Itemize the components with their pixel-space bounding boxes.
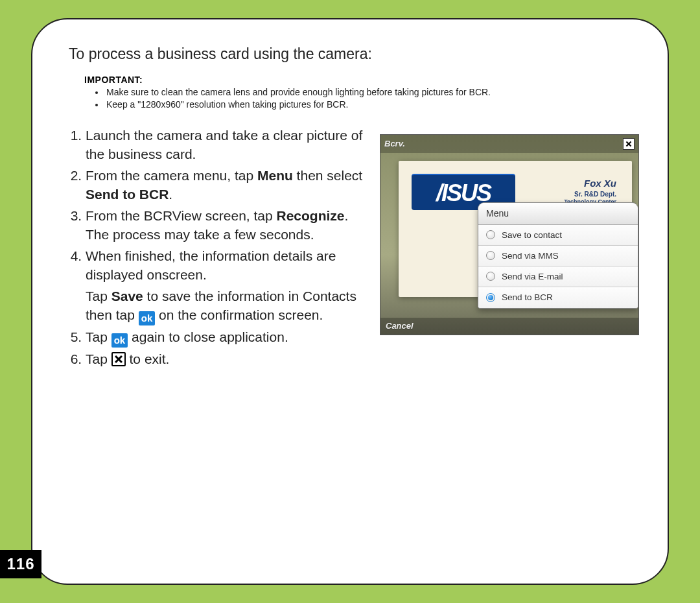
- step-4: When finished, the information details a…: [86, 247, 367, 325]
- step-6: Tap to exit.: [86, 350, 367, 369]
- manual-page: To process a business card using the cam…: [31, 18, 669, 585]
- menu-item-label: Send via E-mail: [502, 272, 563, 281]
- step-6-text: Tap: [86, 351, 111, 366]
- card-name: Fox Xu: [584, 178, 616, 189]
- step-1: Launch the camera and take a clear pictu…: [86, 126, 367, 164]
- screenshot-title: Bcrv.: [384, 139, 405, 148]
- step-2-text3: .: [169, 187, 172, 202]
- section-heading: To process a business card using the cam…: [69, 45, 642, 63]
- important-label: IMPORTANT:: [84, 75, 636, 85]
- ok-icon: ok: [111, 333, 128, 348]
- step-2: From the camera menu, tap Menu then sele…: [86, 167, 367, 204]
- screenshot-close-icon[interactable]: [623, 138, 635, 150]
- step-3: From the BCRView screen, tap Recognize. …: [86, 207, 367, 244]
- context-menu: Menu Save to contact Send via MMS Send v…: [478, 202, 638, 309]
- bold-send-to-bcr: Send to BCR: [86, 187, 169, 202]
- step-5-text: Tap: [86, 329, 111, 344]
- cancel-button[interactable]: Cancel: [386, 321, 414, 331]
- menu-header: Menu: [478, 203, 638, 225]
- ok-icon: ok: [139, 311, 156, 325]
- card-subtitle-1: Sr. R&D Dept.: [574, 191, 616, 198]
- radio-icon-selected: [486, 293, 495, 302]
- device-screenshot: Bcrv. /ISUS Fox Xu Sr. R&D Dept. Technol…: [380, 134, 639, 335]
- radio-icon: [486, 230, 495, 239]
- step-4-line2: Tap Save to save the information in Cont…: [86, 287, 367, 325]
- menu-item-send-mms[interactable]: Send via MMS: [478, 246, 638, 266]
- step-5-text2: again to close application.: [128, 329, 288, 344]
- radio-icon: [486, 272, 495, 281]
- step-4-text3: on the confirmation screen.: [155, 307, 323, 322]
- step-6-text2: to exit.: [126, 351, 170, 366]
- screenshot-bottombar: Cancel: [380, 318, 638, 335]
- step-2-text: From the camera menu, tap: [86, 168, 257, 183]
- step-4-line1: When finished, the information details a…: [86, 247, 367, 285]
- radio-icon: [486, 251, 495, 260]
- menu-item-send-bcr[interactable]: Send to BCR: [478, 287, 638, 308]
- bold-save: Save: [111, 289, 143, 303]
- step-3-text: From the BCRView screen, tap: [86, 208, 277, 223]
- menu-item-send-email[interactable]: Send via E-mail: [478, 266, 638, 287]
- step-2-text2: then select: [293, 168, 362, 183]
- bold-menu: Menu: [257, 168, 293, 183]
- important-item: Make sure to clean the camera lens and p…: [105, 86, 636, 99]
- important-list: Make sure to clean the camera lens and p…: [84, 86, 636, 111]
- screenshot-topbar: Bcrv.: [380, 135, 638, 153]
- step-5: Tap ok again to close application.: [86, 328, 367, 348]
- step-4-text: Tap: [86, 289, 111, 303]
- page-number: 116: [0, 550, 41, 578]
- menu-item-label: Send to BCR: [502, 292, 553, 302]
- important-item: Keep a "1280x960" resolution when taking…: [105, 99, 636, 111]
- bold-recognize: Recognize: [277, 208, 345, 223]
- menu-item-label: Save to contact: [502, 230, 562, 240]
- step-list: Launch the camera and take a clear pictu…: [69, 126, 367, 369]
- menu-item-save-contact[interactable]: Save to contact: [478, 225, 638, 246]
- close-icon: [111, 352, 126, 366]
- menu-item-label: Send via MMS: [502, 251, 559, 261]
- important-block: IMPORTANT: Make sure to clean the camera…: [84, 75, 636, 111]
